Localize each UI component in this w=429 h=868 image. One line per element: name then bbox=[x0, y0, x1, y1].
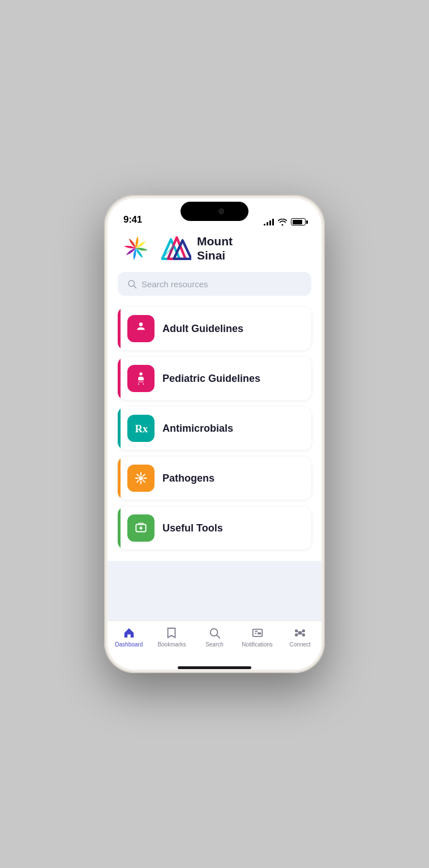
home-indicator bbox=[108, 667, 321, 670]
tab-connect-label: Connect bbox=[290, 641, 311, 648]
connect-icon bbox=[293, 627, 307, 639]
phone-shell: 9:41 bbox=[104, 195, 325, 673]
house-icon bbox=[122, 627, 136, 639]
svg-point-8 bbox=[139, 476, 143, 480]
tab-search[interactable]: Search bbox=[193, 626, 236, 648]
wifi-icon bbox=[278, 219, 287, 225]
tab-dashboard-label: Dashboard bbox=[115, 641, 143, 648]
adult-guidelines-label: Adult Guidelines bbox=[162, 323, 311, 335]
svg-line-0 bbox=[168, 245, 174, 259]
mountain-icon bbox=[157, 233, 191, 263]
pinwheel-logo bbox=[121, 233, 151, 263]
accent-bar bbox=[118, 357, 121, 400]
accent-bar bbox=[118, 307, 121, 350]
svg-line-14 bbox=[144, 481, 145, 482]
antimicrobials-label: Antimicrobials bbox=[162, 423, 311, 435]
tab-bookmarks-label: Bookmarks bbox=[157, 641, 186, 648]
tab-connect[interactable]: Connect bbox=[278, 626, 321, 648]
svg-line-3 bbox=[134, 286, 136, 288]
pathogens-icon bbox=[127, 465, 155, 492]
search-container[interactable]: Search resources bbox=[108, 272, 321, 307]
signal-icon bbox=[264, 219, 274, 225]
empty-area bbox=[108, 561, 321, 620]
accent-bar bbox=[118, 407, 121, 450]
accent-bar bbox=[118, 507, 121, 550]
search-tab-icon bbox=[208, 627, 221, 639]
antimicrobials-icon: Rx bbox=[127, 415, 155, 442]
svg-line-16 bbox=[137, 481, 138, 482]
svg-line-34 bbox=[301, 631, 303, 632]
svg-line-15 bbox=[144, 474, 145, 475]
svg-text:Rx: Rx bbox=[135, 423, 148, 435]
svg-line-13 bbox=[137, 474, 138, 475]
category-useful-tools[interactable]: Useful Tools bbox=[118, 507, 311, 550]
tab-search-label: Search bbox=[205, 641, 224, 648]
adult-guidelines-icon bbox=[127, 315, 155, 342]
svg-line-33 bbox=[298, 631, 299, 632]
mount-sinai-logo: Mount Sinai bbox=[157, 233, 308, 263]
categories-list: Adult Guidelines Pediatric Guidelines bbox=[108, 307, 321, 550]
status-time: 9:41 bbox=[123, 214, 142, 225]
svg-line-24 bbox=[217, 635, 220, 638]
category-pediatric-guidelines[interactable]: Pediatric Guidelines bbox=[118, 357, 311, 400]
dynamic-island bbox=[181, 202, 248, 221]
useful-tools-icon bbox=[127, 514, 155, 542]
tab-notifications[interactable]: Notifications bbox=[236, 626, 279, 648]
tab-dashboard[interactable]: Dashboard bbox=[108, 626, 151, 648]
search-bar[interactable]: Search resources bbox=[118, 272, 311, 296]
accent-bar bbox=[118, 457, 121, 500]
tab-notifications-label: Notifications bbox=[242, 641, 272, 648]
screen: 9:41 bbox=[108, 198, 321, 670]
pediatric-guidelines-icon bbox=[127, 365, 155, 392]
svg-point-27 bbox=[258, 633, 259, 634]
category-antimicrobials[interactable]: Rx Antimicrobials bbox=[118, 407, 311, 450]
logo-text: Mount Sinai bbox=[197, 234, 233, 262]
useful-tools-label: Useful Tools bbox=[162, 522, 311, 534]
header: Mount Sinai bbox=[108, 229, 321, 272]
main-content: Mount Sinai Search resources bbox=[108, 229, 321, 620]
pediatric-guidelines-label: Pediatric Guidelines bbox=[162, 373, 311, 385]
notifications-icon bbox=[251, 627, 264, 639]
tab-bar: Dashboard Bookmarks Search bbox=[108, 620, 321, 667]
category-pathogens[interactable]: Pathogens bbox=[118, 457, 311, 500]
status-icons bbox=[264, 218, 306, 225]
camera bbox=[218, 209, 224, 214]
bookmark-icon bbox=[165, 627, 178, 639]
tab-bookmarks[interactable]: Bookmarks bbox=[151, 626, 194, 648]
search-placeholder: Search resources bbox=[141, 279, 208, 289]
pathogens-label: Pathogens bbox=[162, 473, 311, 484]
svg-line-36 bbox=[301, 633, 303, 635]
search-icon bbox=[127, 279, 137, 289]
category-adult-guidelines[interactable]: Adult Guidelines bbox=[118, 307, 311, 350]
svg-line-35 bbox=[298, 633, 299, 635]
battery-icon bbox=[291, 218, 306, 225]
svg-point-26 bbox=[259, 633, 260, 634]
